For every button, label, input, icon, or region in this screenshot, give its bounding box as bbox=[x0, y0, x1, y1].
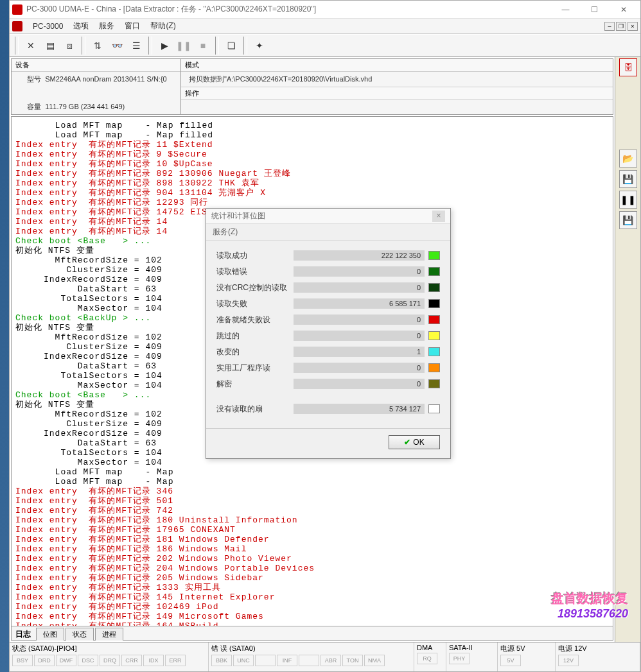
minimize-button[interactable]: — bbox=[551, 1, 580, 18]
stat-swatch bbox=[428, 251, 440, 260]
stat-swatch bbox=[428, 363, 440, 372]
log-line: Index entry 有坏的MFT记录 11 $Extend bbox=[15, 140, 609, 150]
side-open-icon[interactable]: 📂 bbox=[619, 150, 637, 168]
pause-icon: ❚❚ bbox=[174, 37, 193, 55]
titlebar: PC-3000 UDMA-E - China - [Data Extractor… bbox=[10, 1, 640, 19]
status-indicator: DRQ bbox=[100, 655, 120, 666]
mdi-minimize-button[interactable]: – bbox=[604, 22, 615, 31]
tool-misc-icon[interactable]: ✦ bbox=[250, 37, 269, 55]
stat-label: 解密 bbox=[216, 379, 294, 390]
close-button[interactable]: ✕ bbox=[609, 1, 638, 18]
status-indicator: BSY bbox=[12, 655, 33, 666]
stat-label: 跳过的 bbox=[216, 331, 294, 341]
status-g4-title: SATA-II bbox=[449, 644, 495, 651]
log-line: Index entry 有坏的MFT记录 205 Windows Sidebar bbox=[15, 573, 609, 583]
window-title: PC-3000 UDMA-E - China - [Data Extractor… bbox=[26, 4, 551, 15]
log-line: Index entry 有坏的MFT记录 102469 iPod bbox=[15, 602, 609, 612]
stat-label: 准备就绪失败设 bbox=[216, 314, 294, 325]
status-indicator: BBK bbox=[211, 655, 232, 666]
dialog-menu[interactable]: 服务(Z) bbox=[206, 224, 450, 241]
status-indicator: CRR bbox=[121, 655, 142, 666]
log-line: Load MFT map - Map bbox=[15, 477, 609, 487]
stat-value: 6 585 171 bbox=[294, 298, 425, 309]
log-line: Index entry 有坏的MFT记录 501 bbox=[15, 496, 609, 506]
stat-label: 读取成功 bbox=[216, 250, 294, 261]
status-g6-title: 电源 12V bbox=[558, 644, 637, 653]
log-line: Index entry 有坏的MFT记录 202 Windows Photo V… bbox=[15, 554, 609, 564]
log-line: Index entry 有坏的MFT记录 164 MSBuild bbox=[15, 621, 609, 626]
tab-bitmap[interactable]: 位图 bbox=[36, 628, 64, 641]
status-indicator: 12V bbox=[558, 655, 579, 666]
status-g1-title: 状态 (SATA0)-[PIO4] bbox=[12, 644, 206, 653]
copy-icon[interactable]: ❏ bbox=[222, 37, 241, 55]
tab-process[interactable]: 进程 bbox=[95, 628, 123, 641]
tabs-title: 日志 bbox=[15, 629, 31, 640]
stat-label: 改变的 bbox=[216, 347, 294, 358]
tool-settings-icon[interactable]: ✕ bbox=[21, 37, 40, 55]
log-line: Index entry 有坏的MFT记录 149 Microsoft Games bbox=[15, 612, 609, 621]
log-line: Index entry 有坏的MFT记录 204 Windows Portabl… bbox=[15, 564, 609, 573]
tab-status[interactable]: 状态 bbox=[66, 628, 94, 641]
dialog-title-text: 统计和计算位图 bbox=[211, 211, 265, 221]
menu-help[interactable]: 帮助(Z) bbox=[145, 19, 180, 33]
stat-value: 0 bbox=[294, 282, 425, 293]
status-indicator: RQ bbox=[417, 653, 437, 664]
status-indicator: DSC bbox=[78, 655, 98, 666]
stats-dialog: 统计和计算位图 × 服务(Z) 读取成功222 122 350读取错误0没有CR… bbox=[206, 208, 451, 459]
stat-row-unread: 没有读取的扇5 734 127 bbox=[216, 403, 440, 415]
stat-label: 读取错误 bbox=[216, 266, 294, 277]
ok-button[interactable]: ✔ OK bbox=[389, 435, 440, 449]
bottom-tabs: 日志 位图 状态 进程 bbox=[12, 626, 613, 640]
menu-app[interactable]: PC-3000 bbox=[28, 21, 68, 32]
stat-swatch bbox=[428, 347, 440, 356]
op-header: 操作 bbox=[181, 87, 613, 100]
side-pause-icon[interactable]: ❚❚ bbox=[619, 191, 637, 209]
stat-row: 改变的1 bbox=[216, 346, 440, 358]
stat-row: 读取失败6 585 171 bbox=[216, 298, 440, 309]
mdi-restore-button[interactable]: ❐ bbox=[616, 22, 626, 31]
side-db-icon[interactable]: 🗄 bbox=[619, 58, 637, 76]
status-g5-title: 电源 5V bbox=[500, 644, 552, 653]
stat-row: 没有CRC控制的读取0 bbox=[216, 282, 440, 293]
status-indicator: DWF bbox=[56, 655, 76, 666]
stat-value: 0 bbox=[294, 266, 425, 277]
status-indicator: INF bbox=[277, 655, 297, 666]
log-line: Index entry 有坏的MFT记录 12293 同行 bbox=[15, 198, 609, 207]
log-line: Index entry 有坏的MFT记录 898 130922 THK 袁军 bbox=[15, 178, 609, 188]
model-row: 型号 SM2246AA nonDram 20130411 S/N:{0 bbox=[12, 72, 180, 87]
checkmark-icon: ✔ bbox=[404, 438, 410, 447]
mdi-close-button[interactable]: × bbox=[628, 22, 638, 31]
tool-percent-icon[interactable]: ⧇ bbox=[60, 37, 79, 55]
status-indicator: NMA bbox=[364, 655, 385, 666]
log-line: Index entry 有坏的MFT记录 180 Uninstall Infor… bbox=[15, 515, 609, 525]
side-disk-icon[interactable]: 💾 bbox=[619, 211, 637, 229]
status-indicator: IDX bbox=[143, 655, 164, 666]
menubar: PC-3000 选项 服务 窗口 帮助(Z) – ❐ × bbox=[10, 19, 640, 34]
play-icon[interactable]: ▶ bbox=[155, 37, 174, 55]
side-save-icon[interactable]: 💾 bbox=[619, 170, 637, 188]
tool-tree-icon[interactable]: ☰ bbox=[127, 37, 146, 55]
log-line: Load MFT map - Map bbox=[15, 467, 609, 477]
capacity-row: 容量 111.79 GB (234 441 649) bbox=[12, 99, 180, 114]
dialog-close-icon[interactable]: × bbox=[432, 211, 445, 222]
mode-value: 拷贝数据到"A:\PC3000\2246XT=20180920\VirtualD… bbox=[181, 72, 613, 87]
tool-chip-icon[interactable]: ▤ bbox=[40, 37, 60, 55]
mode-header: 模式 bbox=[181, 59, 613, 72]
stat-swatch bbox=[428, 379, 440, 388]
toolbar: ✕ ▤ ⧇ ⇅ 👓 ☰ ▶ ❚❚ ■ ❏ ✦ bbox=[10, 34, 640, 57]
maximize-button[interactable]: ☐ bbox=[580, 1, 609, 18]
stat-value: 0 bbox=[294, 379, 425, 389]
stat-value: 0 bbox=[294, 363, 425, 373]
tool-binoculars-icon[interactable]: 👓 bbox=[107, 37, 127, 55]
status-g3-title: DMA bbox=[417, 644, 443, 651]
stat-row: 解密0 bbox=[216, 378, 440, 390]
dialog-titlebar[interactable]: 统计和计算位图 × bbox=[206, 209, 450, 224]
status-indicator: 5V bbox=[500, 655, 521, 666]
menu-service[interactable]: 服务 bbox=[94, 19, 119, 33]
menu-options[interactable]: 选项 bbox=[68, 19, 94, 33]
statusbar: 状态 (SATA0)-[PIO4] BSYDRDDWFDSCDRQCRRIDXE… bbox=[10, 642, 640, 671]
menu-window[interactable]: 窗口 bbox=[119, 19, 145, 33]
tool-cable-icon[interactable]: ⇅ bbox=[88, 37, 107, 55]
status-indicator: ABR bbox=[320, 655, 341, 666]
stat-value: 5 734 127 bbox=[294, 404, 425, 414]
